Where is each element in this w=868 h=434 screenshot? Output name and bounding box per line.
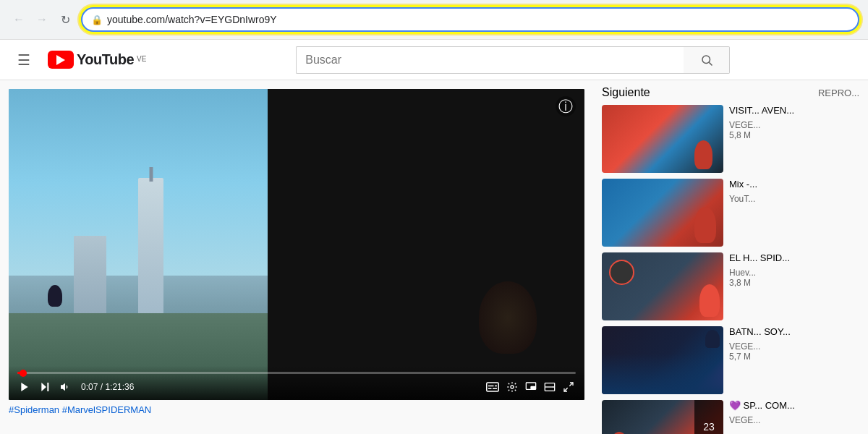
thumbnail-4 [602,326,723,394]
svg-rect-13 [531,386,535,388]
sidebar-header: Siguiente REPRO... [602,86,859,99]
youtube-region: VE [137,55,146,63]
video-tags[interactable]: #Spiderman #MarvelSPIDERMAN [9,400,584,415]
video-channel-1: VEGE... [729,120,859,130]
video-channel-2: YouT... [729,194,859,204]
lock-icon: 🔒 [91,14,103,25]
video-title-4: BATN... SOY... [729,326,859,339]
miniplayer-button[interactable] [524,380,538,394]
search-container [296,46,730,74]
youtube-header: ☰ YouTube VE [0,40,868,80]
video-views-1: 5,8 M [729,130,859,140]
list-item[interactable]: 23 ☰ 💜 SP... COM... VEGE... [602,400,859,434]
svg-marker-5 [61,383,65,391]
video-player[interactable]: ⓘ 0:07 / 1:21:36 [9,89,584,400]
list-item[interactable]: VISIT... AVEN... VEGE... 5,8 M [602,105,859,173]
video-title-1: VISIT... AVEN... [729,105,859,117]
browser-chrome: ← → ↻ 🔒 youtube.com/watch?v=EYGDnIwro9Y [0,0,868,40]
spiderman-figure [48,285,62,307]
search-input[interactable] [296,46,684,74]
sidebar: Siguiente REPRO... VISIT... AVEN... VEGE… [593,80,868,434]
building-tall [138,178,163,323]
video-controls: 0:07 / 1:21:36 [9,366,584,400]
video-views-4: 5,7 M [729,352,859,362]
video-channel-5: VEGE... [729,415,859,425]
svg-line-16 [569,383,573,386]
controls-row: 0:07 / 1:21:36 [17,380,576,394]
thumbnail-2 [602,179,723,247]
youtube-logo[interactable]: YouTube VE [48,51,146,69]
play-button[interactable] [17,380,32,394]
main-content: ⓘ 0:07 / 1:21:36 [0,80,868,434]
search-button[interactable] [684,46,730,74]
refresh-button[interactable]: ↻ [55,9,75,30]
fullscreen-button[interactable] [561,380,576,394]
face-silhouette [479,281,537,354]
nav-buttons: ← → ↻ [9,9,75,30]
video-background [9,89,584,400]
svg-line-17 [564,388,568,391]
thumbnail-5: 23 ☰ [602,400,723,434]
youtube-logo-text: YouTube [77,51,134,68]
forward-button[interactable]: → [32,9,52,30]
progress-bar[interactable] [17,372,576,374]
video-views-3: 3,8 M [729,278,859,288]
video-info-1: VISIT... AVEN... VEGE... 5,8 M [729,105,859,173]
video-info-5: 💜 SP... COM... VEGE... [729,400,859,434]
video-title-2: Mix -... [729,179,859,191]
list-item[interactable]: EL H... SPID... Huev... 3,8 M [602,252,859,320]
back-button[interactable]: ← [9,9,29,30]
url-text: youtube.com/watch?v=EYGDnIwro9Y [107,14,849,25]
svg-marker-3 [41,383,46,391]
video-title-3: EL H... SPID... [729,252,859,265]
video-left-panel [9,89,268,400]
youtube-logo-icon [48,51,74,69]
settings-button[interactable] [505,380,519,394]
info-button[interactable]: ⓘ [556,96,576,116]
subtitles-button[interactable] [485,380,501,393]
svg-marker-2 [21,383,27,391]
hamburger-menu[interactable]: ☰ [12,46,36,75]
time-display: 0:07 / 1:21:36 [81,382,134,392]
svg-line-1 [709,62,712,65]
video-info-4: BATN... SOY... VEGE... 5,7 M [729,326,859,394]
thumbnail-3 [602,252,723,320]
video-right-panel [268,89,584,400]
list-item[interactable]: BATN... SOY... VEGE... 5,7 M [602,326,859,394]
video-channel-3: Huev... [729,268,859,278]
video-info-2: Mix -... YouT... [729,179,859,247]
thumbnail-1 [602,105,723,173]
svg-rect-4 [47,383,48,391]
repro-label: REPRO... [818,88,859,98]
volume-button[interactable] [58,380,72,394]
video-title-5: 💜 SP... COM... [729,400,859,412]
playlist-icon: 23 ☰ [694,400,723,434]
building-2 [74,236,106,323]
video-section: ⓘ 0:07 / 1:21:36 [0,80,593,434]
siguiente-label: Siguiente [602,86,650,99]
svg-point-0 [702,56,710,64]
address-bar[interactable]: 🔒 youtube.com/watch?v=EYGDnIwro9Y [81,7,859,32]
list-item[interactable]: Mix -... YouT... [602,179,859,247]
next-button[interactable] [38,380,52,394]
svg-rect-6 [487,383,499,391]
video-info-3: EL H... SPID... Huev... 3,8 M [729,252,859,320]
right-controls [485,380,576,394]
progress-fill [17,372,23,374]
theater-button[interactable] [542,380,557,394]
svg-point-11 [511,386,514,388]
video-channel-4: VEGE... [729,341,859,352]
